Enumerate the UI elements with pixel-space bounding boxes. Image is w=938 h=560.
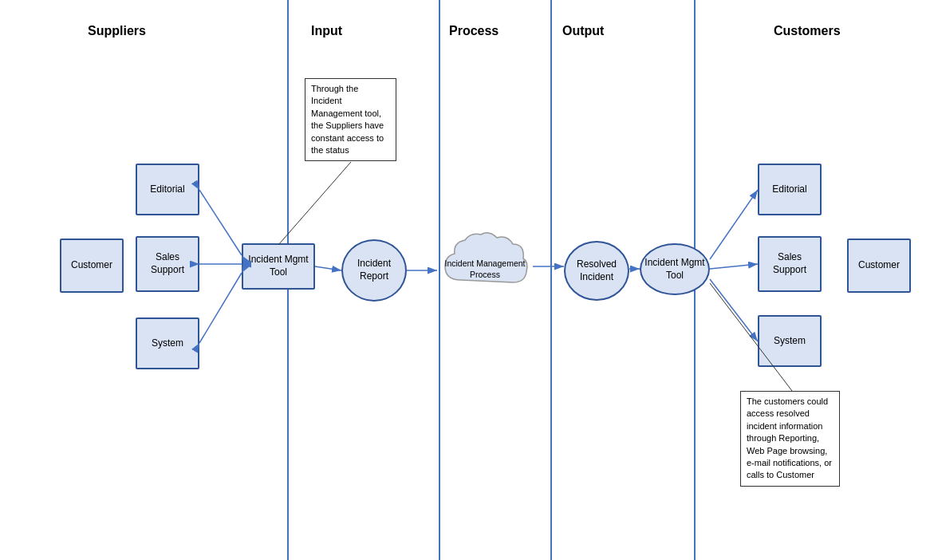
box-system-left: System: [136, 317, 199, 369]
circle-resolved-incident: ResolvedIncident: [564, 241, 629, 301]
header-input: Input: [311, 24, 342, 38]
box-incident-mgmt-tool-left: Incident MgmtTool: [242, 243, 315, 290]
box-customer-right: Customer: [847, 239, 911, 293]
header-suppliers: Suppliers: [88, 24, 146, 38]
divider-3: [550, 0, 552, 560]
header-output: Output: [562, 24, 604, 38]
svg-line-5: [199, 273, 242, 343]
box-sales-support-right: SalesSupport: [758, 236, 822, 292]
cloud-process: Incident ManagementProcess: [437, 228, 533, 300]
sipoc-diagram: Suppliers Input Process Output Customers…: [0, 0, 938, 560]
header-customers: Customers: [774, 24, 841, 38]
svg-line-13: [278, 162, 351, 245]
annotation-output-note: The customers could access resolved inci…: [740, 391, 840, 487]
svg-line-6: [315, 266, 341, 270]
box-sales-support-left: SalesSupport: [136, 236, 199, 292]
svg-line-3: [199, 190, 242, 255]
svg-line-10: [710, 190, 758, 259]
annotation-input-note: Through the Incident Management tool, th…: [305, 78, 396, 161]
circle-incident-report: IncidentReport: [341, 239, 407, 302]
svg-line-12: [710, 279, 758, 341]
svg-line-11: [710, 264, 758, 269]
box-system-right: System: [758, 315, 822, 367]
box-editorial-right: Editorial: [758, 164, 822, 215]
circle-incident-mgmt-tool-right: Incident MgmtTool: [640, 243, 710, 295]
header-process: Process: [449, 24, 499, 38]
box-customer-left: Customer: [60, 239, 124, 293]
box-editorial-left: Editorial: [136, 164, 199, 215]
